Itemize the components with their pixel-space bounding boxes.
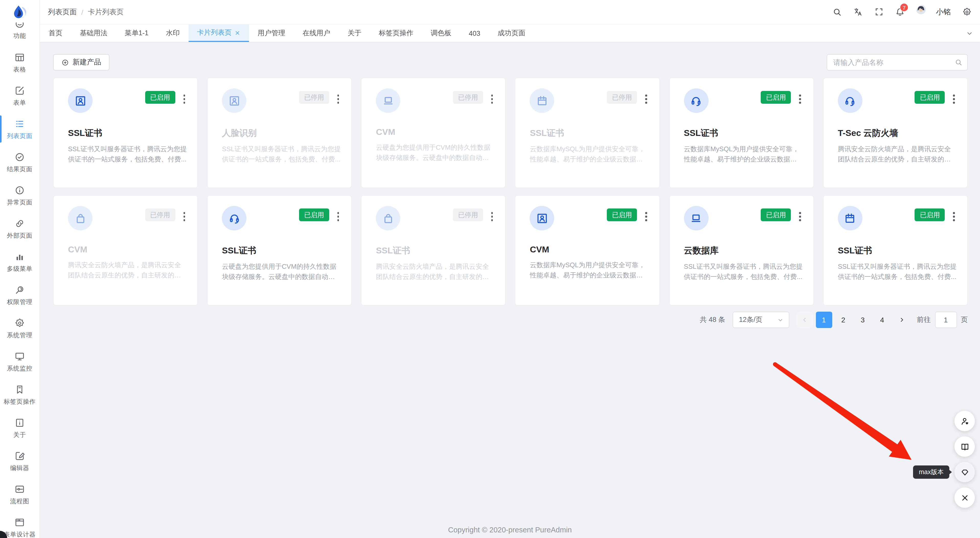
product-card[interactable]: 已停用 CVM 腾讯安全云防火墙产品，是腾讯云安全团队结合云原生的优势，自主研发… <box>53 195 198 306</box>
status-badge: 已启用 <box>145 91 175 104</box>
username[interactable]: 小铭 <box>936 7 951 17</box>
tab-user-management[interactable]: 用户管理 <box>249 25 294 42</box>
new-product-button[interactable]: 新建产品 <box>53 54 110 70</box>
product-card[interactable]: 已启用 SSL证书 SSL证书又叫服务器证书，腾讯云为您提供证书的一站式服务，包… <box>823 195 968 306</box>
status-badge: 已启用 <box>761 208 791 221</box>
notifications-button[interactable]: 7 <box>895 7 905 17</box>
more-actions-button[interactable] <box>181 92 187 106</box>
sidebar-item-table[interactable]: 表格 <box>0 46 39 79</box>
status-badge: 已停用 <box>299 91 329 104</box>
product-title: SSL证书 <box>222 245 341 257</box>
search-icon[interactable] <box>832 7 842 17</box>
avatar[interactable] <box>916 5 931 19</box>
page-button-3[interactable]: 3 <box>854 312 871 328</box>
link-icon <box>14 218 25 229</box>
max-version-button[interactable] <box>955 462 975 482</box>
more-actions-button[interactable] <box>643 209 649 224</box>
tab-tag-operations[interactable]: 标签页操作 <box>370 25 422 42</box>
product-card[interactable]: 已停用 SSL证书 腾讯安全云防火墙产品，是腾讯云安全团队结合云原生的优势，自主… <box>361 195 506 306</box>
product-icon-calendar <box>838 206 862 230</box>
more-actions-button[interactable] <box>797 92 803 106</box>
chevron-down-icon <box>777 316 783 323</box>
sidebar-item-external-pages[interactable]: 外部页面 <box>0 212 39 245</box>
product-card-grid: 已启用 SSL证书 SSL证书又叫服务器证书，腾讯云为您提供证书的一站式服务，包… <box>53 78 968 306</box>
page-button-1[interactable]: 1 <box>816 312 832 328</box>
water-drop-logo-icon <box>11 4 28 21</box>
status-badge: 已启用 <box>299 208 329 221</box>
sidebar-item-about[interactable]: 关于 <box>0 411 39 444</box>
breadcrumb-current: 卡片列表页 <box>88 7 124 17</box>
more-actions-button[interactable] <box>797 209 803 224</box>
sidebar-item-features[interactable]: 功能 <box>0 22 39 46</box>
tab-online-users[interactable]: 在线用户 <box>294 25 339 42</box>
product-description: 腾讯安全云防火墙产品，是腾讯云安全团队结合云原生的优势，自主研发的SaaS... <box>68 260 187 281</box>
settings-gear-icon[interactable] <box>962 7 972 17</box>
more-actions-button[interactable] <box>336 92 341 106</box>
more-actions-button[interactable] <box>951 92 957 106</box>
pagination: 共 48 条 12条/页 1 2 3 4 前往 页 <box>40 312 968 328</box>
product-search-input[interactable] <box>827 54 968 70</box>
sidebar-item-system-monitor[interactable]: 系统监控 <box>0 345 39 378</box>
product-card[interactable]: 已启用 SSL证书 SSL证书又叫服务器证书，腾讯云为您提供证书的一站式服务，包… <box>53 78 198 188</box>
product-card[interactable]: 已停用 SSL证书 云数据库MySQL为用户提供安全可靠，性能卓越、易于维护的企… <box>515 78 660 188</box>
product-card[interactable]: 已停用 人脸识别 SSL证书又叫服务器证书，腾讯云为您提供证书的一站式服务，包括… <box>207 78 352 188</box>
fullscreen-icon[interactable] <box>874 7 884 17</box>
page-button-4[interactable]: 4 <box>874 312 890 328</box>
more-actions-button[interactable] <box>181 209 187 224</box>
next-page-button[interactable] <box>893 312 910 328</box>
sidebar-item-multilevel-menu[interactable]: 多级菜单 <box>0 245 39 278</box>
page-size-select[interactable]: 12条/页 <box>732 312 789 328</box>
sidebar-item-list-pages[interactable]: 列表页面 <box>0 113 39 146</box>
translate-icon[interactable] <box>853 7 863 17</box>
more-actions-button[interactable] <box>489 209 495 224</box>
product-card[interactable]: 已启用 云数据库 SSL证书又叫服务器证书，腾讯云为您提供证书的一站式服务，包括… <box>669 195 814 306</box>
status-badge: 已启用 <box>915 91 945 104</box>
list-icon <box>14 119 25 129</box>
page-button-2[interactable]: 2 <box>835 312 851 328</box>
tab-403[interactable]: 403 <box>460 25 489 42</box>
tab-menu-1-1[interactable]: 菜单1-1 <box>116 25 157 42</box>
tab-close-icon[interactable] <box>235 30 240 35</box>
product-card[interactable]: 已启用 SSL证书 云硬盘为您提供用于CVM的持久性数据块级存储服务。云硬盘中的… <box>207 195 352 306</box>
feature-icon <box>14 22 25 29</box>
more-actions-button[interactable] <box>336 209 341 224</box>
tab-home[interactable]: 首页 <box>40 25 71 42</box>
docs-button[interactable] <box>955 436 975 457</box>
product-title: SSL证书 <box>838 245 957 257</box>
sidebar-item-form[interactable]: 表单 <box>0 79 39 113</box>
content-toolbar: 新建产品 <box>53 54 968 70</box>
prev-page-button[interactable] <box>796 312 813 328</box>
sidebar-item-tab-operations[interactable]: 标签页操作 <box>0 378 39 411</box>
more-actions-button[interactable] <box>489 92 495 106</box>
tab-card-list-active[interactable]: 卡片列表页 <box>188 25 249 42</box>
product-card[interactable]: 已启用 T-Sec 云防火墙 腾讯安全云防火墙产品，是腾讯云安全团队结合云原生的… <box>823 78 968 188</box>
more-actions-button[interactable] <box>643 92 649 106</box>
sidebar-item-permissions[interactable]: 权限管理 <box>0 278 39 312</box>
product-icon-id-card <box>68 88 92 113</box>
product-card[interactable]: 已启用 CVM 云数据库MySQL为用户提供安全可靠，性能卓越、易于维护的企业级… <box>515 195 660 306</box>
product-description: SSL证书又叫服务器证书，腾讯云为您提供证书的一站式服务，包括免费、付费... <box>684 262 803 282</box>
app-logo[interactable] <box>0 0 39 22</box>
product-card[interactable]: 已停用 CVM 云硬盘为您提供用于CVM的持久性数据块级存储服务。云硬盘中的数据… <box>361 78 506 188</box>
tabs-dropdown-button[interactable] <box>959 25 980 42</box>
sidebar-item-result-pages[interactable]: 结果页面 <box>0 146 39 179</box>
diamond-icon <box>960 467 969 477</box>
bookmark-icon <box>14 384 25 395</box>
tab-palette[interactable]: 调色板 <box>422 25 460 42</box>
sidebar-item-system-management[interactable]: 系统管理 <box>0 312 39 345</box>
tab-success-page[interactable]: 成功页面 <box>489 25 534 42</box>
community-button[interactable] <box>955 411 975 431</box>
close-panel-button[interactable] <box>955 487 975 508</box>
floating-buttons <box>955 411 975 508</box>
sidebar-item-editor[interactable]: 编辑器 <box>0 444 39 478</box>
breadcrumb-root[interactable]: 列表页面 <box>48 7 77 17</box>
sidebar-item-flowchart[interactable]: 流程图 <box>0 478 39 511</box>
more-actions-button[interactable] <box>951 209 957 224</box>
breadcrumb-separator: / <box>81 8 83 16</box>
tab-watermark[interactable]: 水印 <box>157 25 188 42</box>
goto-page-input[interactable] <box>935 312 957 328</box>
sidebar-item-error-pages[interactable]: 异常页面 <box>0 179 39 212</box>
tab-basic-usage[interactable]: 基础用法 <box>71 25 116 42</box>
product-card[interactable]: 已启用 SSL证书 云数据库MySQL为用户提供安全可靠，性能卓越、易于维护的企… <box>669 78 814 188</box>
tab-about[interactable]: 关于 <box>339 25 370 42</box>
